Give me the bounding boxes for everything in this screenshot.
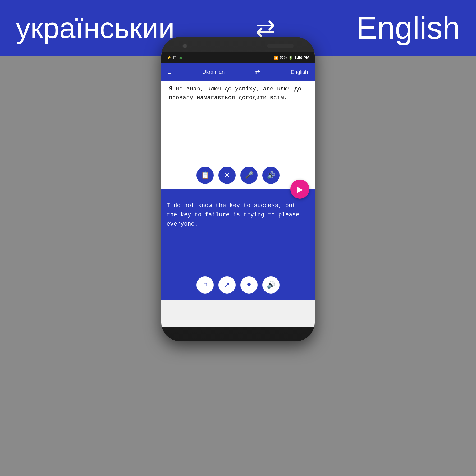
- battery-icon: 🔋: [288, 56, 293, 60]
- copy-button[interactable]: ⧉: [196, 276, 214, 294]
- output-text: I do not know the key to success, but th…: [167, 201, 309, 229]
- translate-button[interactable]: ▶: [290, 180, 309, 199]
- speaker-output-button[interactable]: 🔊: [262, 276, 280, 294]
- share-button[interactable]: ↗: [218, 276, 236, 294]
- phone-device: ⚡ ☐ ◎ 📶 55% 🔋 1:50 PM ≡ Ukrainian ⇄: [161, 37, 315, 341]
- swap-languages-button[interactable]: ⇄: [255, 69, 260, 76]
- status-bar: ⚡ ☐ ◎ 📶 55% 🔋 1:50 PM: [161, 52, 315, 63]
- phone-earpiece: [267, 44, 294, 48]
- input-text[interactable]: Я не знаю, ключ до успіху, але ключ до п…: [167, 85, 309, 102]
- microphone-button[interactable]: 🎤: [240, 167, 258, 184]
- speaker-input-button[interactable]: 🔊: [262, 167, 280, 184]
- usb-icon: ⚡: [167, 56, 171, 60]
- source-language-selector[interactable]: Ukrainian: [202, 69, 225, 75]
- gps-icon: ◎: [179, 56, 182, 60]
- menu-button[interactable]: ≡: [168, 68, 172, 76]
- screen-content: ⚡ ☐ ◎ 📶 55% 🔋 1:50 PM ≡ Ukrainian ⇄: [161, 52, 315, 327]
- banner-source-language: українськии: [16, 11, 175, 45]
- wifi-icon: 📶: [274, 56, 278, 60]
- clock: 1:50 PM: [294, 55, 309, 60]
- clear-button[interactable]: ✕: [218, 167, 236, 184]
- front-camera: [182, 44, 187, 48]
- output-text-area: I do not know the key to success, but th…: [161, 189, 315, 271]
- app-toolbar: ≡ Ukrainian ⇄ English: [161, 63, 315, 81]
- banner-target-language: English: [356, 10, 460, 46]
- phone-body: ⚡ ☐ ◎ 📶 55% 🔋 1:50 PM ≡ Ukrainian ⇄: [161, 37, 315, 341]
- clipboard-button[interactable]: 📋: [196, 167, 214, 184]
- output-action-buttons: ⧉ ↗ ♥ 🔊: [161, 271, 315, 300]
- status-icons-left: ⚡ ☐ ◎: [167, 56, 182, 60]
- favorite-button[interactable]: ♥: [240, 276, 258, 294]
- status-icons-right: 📶 55% 🔋 1:50 PM: [274, 55, 309, 60]
- battery-level: 55%: [280, 56, 287, 59]
- target-language-selector[interactable]: English: [291, 69, 308, 75]
- photo-icon: ☐: [173, 56, 177, 60]
- phone-top-bar: [161, 37, 315, 52]
- phone-screen: ⚡ ☐ ◎ 📶 55% 🔋 1:50 PM ≡ Ukrainian ⇄: [161, 52, 315, 327]
- input-text-area[interactable]: Я не знаю, ключ до успіху, але ключ до п…: [161, 81, 315, 163]
- text-cursor: [167, 85, 167, 91]
